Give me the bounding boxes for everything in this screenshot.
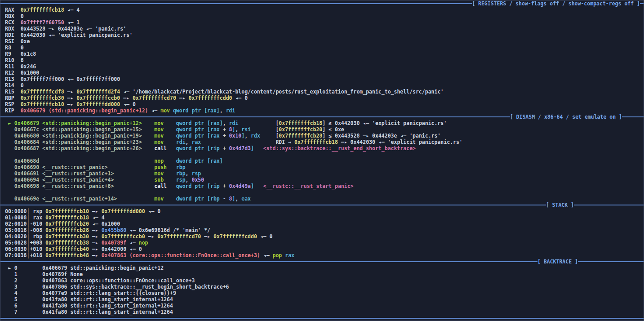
register-row: R12 0x1000 bbox=[0, 70, 644, 76]
disasm-line: 0x40667c <std::panicking::begin_panic+15… bbox=[0, 126, 644, 133]
backtrace-row: ► 0 0x406679 std::panicking::begin_panic… bbox=[0, 265, 644, 271]
registers-header-rule-left bbox=[0, 3, 472, 4]
disasm-header: [ DISASM / x86-64 / set emulate on ] bbox=[0, 114, 644, 120]
register-row: R15 0x7fffffffcdf8 —▸ 0x7fffffffd2f4 ◂— … bbox=[0, 89, 644, 95]
stack-row: 01:0008│ rax 0x7fffffffcb18 ◂— 4 bbox=[0, 214, 644, 221]
disasm-line: 0x406694 <__rustc::rust_panic+4> sub rsp… bbox=[0, 177, 644, 183]
stack-header: [ STACK ] bbox=[0, 202, 644, 208]
disasm-header-rule-right bbox=[622, 116, 644, 117]
bottom-rule-line bbox=[0, 318, 644, 319]
registers-header-label: [ REGISTERS / show-flags off / show-comp… bbox=[472, 0, 640, 7]
backtrace-row: 5 0x41fa80 std::rt::lang_start_internal+… bbox=[0, 296, 644, 303]
stack-row: 07:0038│+018 0x7fffffffcb48 —▸ 0x407863 … bbox=[0, 252, 644, 259]
registers-panel: RAX 0x7fffffffcb18 ◂— 4RBX 0RCX 0x7ffff7… bbox=[0, 7, 644, 114]
register-row: RDX 0x443528 —▸ 0x44203e ◂— 'panic.rs' bbox=[0, 26, 644, 32]
register-row: RDI 0x442030 ◂— 'explicit panicpanic.rs' bbox=[0, 32, 644, 38]
bottom-rule bbox=[0, 315, 644, 321]
backtrace-row: 1 0x40789f None bbox=[0, 271, 644, 277]
current-instruction-marker: ► bbox=[5, 120, 14, 126]
register-row: RBP 0x7fffffffcb30 —▸ 0x7fffffffccb0 —▸ … bbox=[0, 95, 644, 101]
register-row: RAX 0x7fffffffcb18 ◂— 4 bbox=[0, 7, 644, 13]
disasm-line: 0x406690 <__rustc::rust_panic> push rbp bbox=[0, 164, 644, 170]
stack-row: 06:0030│+010 0x7fffffffcb40 —▸ 0x442000 … bbox=[0, 246, 644, 252]
stack-row: 00:0000│ rsp 0x7fffffffcb10 —▸ 0x7ffffff… bbox=[0, 208, 644, 214]
backtrace-row: 3 0x407806 std::sys::backtrace::__rust_b… bbox=[0, 284, 644, 290]
stack-row: 02:0010│-010 0x7fffffffcb20 ◂— 0x1000 bbox=[0, 221, 644, 227]
pwndbg-terminal[interactable]: [ REGISTERS / show-flags off / show-comp… bbox=[0, 0, 644, 321]
backtrace-row: 4 0x4077e9 std::rt::lang_start::{{closur… bbox=[0, 290, 644, 296]
stack-panel: 00:0000│ rsp 0x7fffffffcb10 —▸ 0x7ffffff… bbox=[0, 208, 644, 259]
stack-header-rule-right bbox=[574, 205, 644, 205]
disasm-header-rule-left bbox=[0, 116, 510, 117]
register-row: RSI 0xe bbox=[0, 38, 644, 45]
backtrace-row: 2 0x407863 core::ops::function::FnOnce::… bbox=[0, 277, 644, 284]
registers-header-rule-right bbox=[640, 3, 644, 4]
disasm-line: 0x406684 <std::panicking::begin_panic+23… bbox=[0, 139, 644, 145]
disasm-panel: ► 0x406679 <std::panicking::begin_panic+… bbox=[0, 120, 644, 202]
disasm-line: 0x406691 <__rustc::rust_panic+1> mov rbp… bbox=[0, 170, 644, 177]
stack-row: 05:0028│+008 0x7fffffffcb38 —▸ 0x40789f … bbox=[0, 240, 644, 246]
register-row: RIP 0x406679 (std::panicking::begin_pani… bbox=[0, 107, 644, 114]
stack-row: 03:0018│-008 0x7fffffffcb28 —▸ 0x455b80 … bbox=[0, 227, 644, 233]
backtrace-panel: ► 0 0x406679 std::panicking::begin_panic… bbox=[0, 265, 644, 315]
backtrace-header-label: [ BACKTRACE ] bbox=[537, 259, 578, 265]
stack-row: 04:0020│ rbp 0x7fffffffcb30 —▸ 0x7ffffff… bbox=[0, 233, 644, 240]
backtrace-header: [ BACKTRACE ] bbox=[0, 259, 644, 265]
disasm-line bbox=[0, 189, 644, 196]
register-row: R10 8 bbox=[0, 57, 644, 63]
registers-header: [ REGISTERS / show-flags off / show-comp… bbox=[0, 0, 644, 7]
disasm-line: ► 0x406679 <std::panicking::begin_panic+… bbox=[0, 120, 644, 126]
register-row: RCX 0x7ffff7f60750 ◂— 1 bbox=[0, 19, 644, 26]
stack-header-label: [ STACK ] bbox=[546, 202, 574, 208]
backtrace-row: 7 0x41fa80 std::rt::lang_start_internal+… bbox=[0, 309, 644, 315]
backtrace-row: 6 0x41fa80 std::rt::lang_start_internal+… bbox=[0, 303, 644, 309]
register-row: R11 0x246 bbox=[0, 63, 644, 70]
register-row: R9 0x1c8 bbox=[0, 51, 644, 57]
register-row: R13 0x7fffff7ff000 ◂— 0x7fffff7ff000 bbox=[0, 76, 644, 82]
backtrace-header-rule-left bbox=[0, 261, 537, 262]
disasm-line: 0x40668d nop dword ptr [rax] bbox=[0, 158, 644, 164]
disasm-line bbox=[0, 152, 644, 158]
disasm-line: 0x406687 <std::panicking::begin_panic+26… bbox=[0, 145, 644, 152]
register-row: RSP 0x7fffffffcb10 —▸ 0x7ffffffdd000 ◂— … bbox=[0, 101, 644, 107]
disasm-header-label: [ DISASM / x86-64 / set emulate on ] bbox=[510, 114, 622, 120]
disasm-line: 0x40669e <__rustc::rust_panic+14> mov dw… bbox=[0, 196, 644, 202]
disasm-line: 0x406680 <std::panicking::begin_panic+19… bbox=[0, 133, 644, 139]
disasm-line: 0x406698 <__rustc::rust_panic+8> call qw… bbox=[0, 183, 644, 189]
stack-header-rule-left bbox=[0, 205, 546, 205]
register-row: R8 0 bbox=[0, 45, 644, 51]
backtrace-header-rule-right bbox=[578, 261, 644, 262]
current-frame-marker: ► bbox=[5, 265, 14, 271]
register-row: RBX 0 bbox=[0, 13, 644, 19]
register-row: R14 0 bbox=[0, 82, 644, 89]
